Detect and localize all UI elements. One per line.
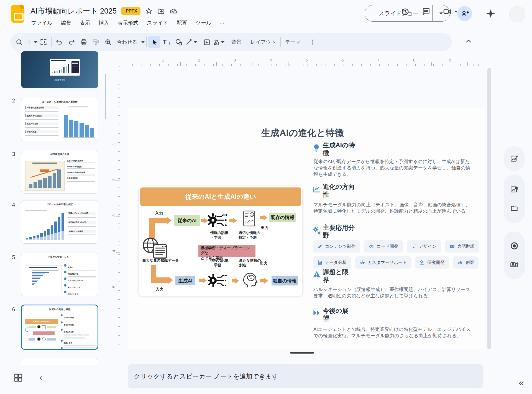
- chevron-down-icon: [141, 41, 145, 43]
- chevron-down-icon: [439, 12, 443, 14]
- robot-icon: [360, 260, 365, 265]
- chevron-down-icon: [34, 41, 37, 43]
- new-slide-button[interactable]: [25, 36, 37, 48]
- collapse-filmstrip-button[interactable]: ‹: [40, 373, 42, 382]
- chip-drug-discovery: 創薬: [453, 256, 479, 269]
- grid-view-button[interactable]: [14, 373, 23, 382]
- insert-image-icon: [203, 38, 211, 46]
- memory-label-bottom: 情報の記憶 ・学習: [210, 258, 228, 268]
- gear-circuit-icon: [208, 273, 228, 288]
- slide-thumbnail-2[interactable]: はじめに：AI市場の現状と重要性 AI市場の急速な成長 産業変革の原動力 生成A…: [21, 98, 98, 141]
- menu-view[interactable]: 表示: [80, 19, 90, 27]
- slide-thumbnail-6-selected[interactable]: 生成AIの進化と特徴 従来のAIと生成AIの違い 生成AIの特徴 進化の方向性 …: [21, 305, 98, 350]
- search-menus-button[interactable]: [13, 36, 25, 48]
- slideshow-button[interactable]: スライドショー: [365, 5, 450, 22]
- slideshow-options-button[interactable]: [432, 5, 450, 21]
- shape-tool-button[interactable]: [173, 36, 185, 48]
- background-button[interactable]: 背景: [229, 36, 244, 48]
- chip-content-creation: コンテンツ制作: [313, 240, 360, 253]
- select-tool-button[interactable]: [148, 36, 160, 48]
- print-button[interactable]: [78, 36, 90, 48]
- record-icon[interactable]: [510, 242, 518, 250]
- speaker-notes-input[interactable]: クリックするとスピーカー ノートを追加できます: [128, 364, 484, 388]
- slide-thumbnail-3[interactable]: AI市場規模の予測 生成AI市場の成長率 2024年の市場規模 2030年の予測…: [21, 150, 98, 194]
- zoom-in-icon: [104, 38, 112, 46]
- slide-canvas[interactable]: 生成AIの進化と特徴 従来のAIと生成AIの違い 入力 従来のAI 情報の記憶 …: [128, 108, 485, 349]
- chip-data-analysis: データ分析: [313, 256, 351, 269]
- arrow-icon: [260, 216, 264, 219]
- undo-button[interactable]: [53, 36, 65, 48]
- menu-tools[interactable]: ツール: [196, 19, 212, 27]
- menu-format[interactable]: 表示形式: [117, 19, 139, 27]
- avatar[interactable]: [509, 6, 525, 22]
- fit-zoom-select[interactable]: 合わせる: [114, 36, 145, 48]
- line-tool-button[interactable]: [185, 36, 197, 48]
- move-folder-icon[interactable]: [157, 7, 165, 15]
- image-sparkle-icon[interactable]: [510, 155, 518, 163]
- side-panel-middle: [504, 174, 525, 223]
- line-icon: [185, 38, 192, 46]
- menu-arrange[interactable]: 配置: [177, 19, 187, 27]
- trend-chart-icon: [313, 186, 321, 193]
- chevron-down-icon: [221, 41, 224, 43]
- slide-thumbnail-4[interactable]: グローバルAI市場の内訳 市場セグメント別の成長 年平均成長率（CAGR） 市場…: [21, 200, 98, 244]
- slide-number: 4: [10, 202, 17, 208]
- redo-button[interactable]: [65, 36, 78, 48]
- theme-button[interactable]: テーマ: [282, 36, 303, 48]
- camera-person-icon[interactable]: [510, 261, 518, 269]
- folder-icon[interactable]: [510, 204, 518, 212]
- textbox-icon: T: [163, 38, 166, 46]
- menu-slide[interactable]: スライド: [147, 19, 168, 27]
- menu-edit[interactable]: 編集: [61, 19, 71, 27]
- predict-label: 適切な情報の 特定・予測: [239, 231, 260, 240]
- lightbulb-icon: [313, 144, 320, 152]
- output-label-top: 出力: [261, 225, 268, 230]
- fast-forward-icon: [313, 310, 321, 316]
- slide-thumbnail-1[interactable]: 2025年9月: [21, 51, 98, 88]
- notes-resize-handle[interactable]: [290, 352, 314, 354]
- kana-icon: あ: [214, 38, 220, 46]
- document-title[interactable]: AI市場動向レポート 2025: [30, 6, 117, 16]
- search-icon: [16, 38, 23, 46]
- svg-text:A: A: [451, 245, 452, 248]
- chevron-down-icon: [194, 41, 197, 43]
- chevron-up-icon: [464, 37, 473, 45]
- share-button[interactable]: [457, 6, 472, 21]
- bar-chart-icon: [318, 260, 323, 265]
- slide-number: 5: [10, 254, 17, 261]
- menu-insert[interactable]: 挿入: [99, 19, 109, 27]
- gears-icon: [313, 226, 321, 235]
- paint-format-button[interactable]: [90, 36, 102, 48]
- collapse-toolbar-button[interactable]: [464, 37, 473, 45]
- code-icon: [369, 244, 374, 249]
- print-icon: [80, 38, 87, 46]
- filmstrip-scrollbar[interactable]: [105, 74, 106, 119]
- textbox-tool-button[interactable]: TT: [160, 36, 173, 48]
- menu-bar: ファイル 編集 表示 挿入 表示形式 スライド 配置 ツール ...: [31, 19, 224, 27]
- image-search-icon[interactable]: [510, 186, 518, 193]
- furigana-button[interactable]: あ: [213, 36, 225, 48]
- plus-icon: [25, 38, 33, 46]
- gemini-sparkle-icon[interactable]: [485, 8, 496, 19]
- slides-logo[interactable]: [11, 5, 24, 23]
- zoom-button[interactable]: [102, 36, 114, 48]
- input-label-bottom: 入力: [155, 287, 164, 292]
- gear-circuit-icon: [208, 212, 228, 228]
- horizontal-ruler: 1 2 3 4 5 6 7 8 9: [128, 57, 485, 66]
- layout-button[interactable]: レイアウト: [248, 36, 279, 48]
- templates-button[interactable]: [37, 36, 50, 48]
- menu-file[interactable]: ファイル: [31, 19, 53, 27]
- insert-image-button[interactable]: [201, 36, 213, 48]
- pptx-badge: .PPTX: [121, 7, 140, 15]
- grid-view-icon: [14, 373, 23, 382]
- slide-thumbnail-5[interactable]: 主要なAI技術トレンド 生成AI 自動運転技術 メタバース/VR/XR AIエー…: [21, 253, 98, 296]
- knowledge-label: 膨大な量の知識データ: [142, 258, 179, 263]
- more-options-button[interactable]: [307, 36, 319, 48]
- cloud-saved-icon[interactable]: [169, 7, 178, 15]
- expand-sidebar-button[interactable]: «: [519, 378, 524, 387]
- arrow-icon: [199, 279, 203, 282]
- star-icon[interactable]: [145, 7, 153, 15]
- menu-more[interactable]: ...: [220, 19, 224, 27]
- slide-thumbnail-7[interactable]: [21, 358, 98, 365]
- canvas-scrollbar[interactable]: [487, 68, 491, 349]
